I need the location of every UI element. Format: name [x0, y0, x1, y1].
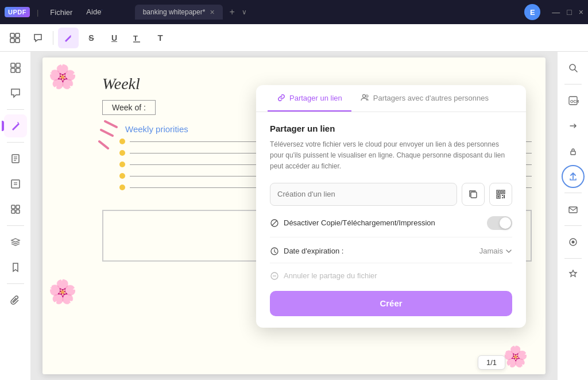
- titlebar: UPDF | Fichier Aide· banking whitepaper*…: [0, 0, 588, 24]
- svg-rect-30: [498, 191, 500, 193]
- record-btn[interactable]: [562, 231, 585, 254]
- right-sep3: [564, 225, 582, 226]
- disable-copy-label: Désactiver Copie/Téléchargement/Impressi…: [270, 218, 435, 228]
- qr-icon: [496, 189, 506, 199]
- svg-line-23: [99, 141, 108, 148]
- underline-tool[interactable]: U: [104, 28, 125, 48]
- svg-rect-46: [571, 151, 575, 155]
- link-row: [270, 183, 512, 206]
- search-icon: [568, 63, 578, 73]
- tab-share-people[interactable]: Partagers avec d'autres personnes: [351, 85, 498, 112]
- svg-point-24: [362, 95, 365, 98]
- sidebar-sep3: [7, 225, 24, 226]
- search-btn[interactable]: [562, 56, 585, 79]
- pink-decorations: [96, 118, 125, 159]
- right-sep2: [564, 193, 582, 193]
- record-icon: [568, 237, 578, 247]
- tab-share-link[interactable]: Partager un lien: [268, 85, 351, 112]
- new-tab-btn[interactable]: +: [230, 7, 235, 17]
- page-number-badge: 1/1: [478, 355, 505, 370]
- lock-icon: [568, 146, 578, 156]
- close-btn[interactable]: ×: [579, 7, 583, 17]
- people-icon: [361, 93, 370, 102]
- mail-btn[interactable]: [562, 198, 585, 221]
- sidebar-item-annotate[interactable]: [4, 114, 27, 137]
- document-tab[interactable]: banking whitepaper* ×: [135, 5, 223, 20]
- maximize-btn[interactable]: □: [567, 7, 571, 17]
- right-sidebar: OCR: [557, 52, 588, 380]
- toggle-knob: [500, 217, 511, 229]
- ocr-icon: OCR: [567, 95, 579, 106]
- sidebar-item-edit[interactable]: [4, 172, 27, 195]
- clock-icon: [270, 247, 279, 256]
- create-link-btn[interactable]: Créer: [270, 291, 512, 316]
- svg-rect-0: [10, 33, 14, 37]
- user-avatar[interactable]: E: [524, 4, 540, 20]
- svg-rect-18: [16, 205, 20, 209]
- tab-dropdown-btn[interactable]: ∨: [242, 8, 247, 16]
- copy-icon: [468, 189, 478, 199]
- convert-btn[interactable]: [562, 114, 585, 137]
- convert-icon: [568, 121, 578, 131]
- svg-rect-32: [498, 195, 500, 197]
- sidebar-item-organize[interactable]: [4, 198, 27, 221]
- mail-icon: [568, 204, 578, 214]
- highlight-tool[interactable]: [58, 28, 79, 48]
- copy-link-btn[interactable]: [462, 183, 485, 206]
- text-tool[interactable]: T: [150, 28, 171, 48]
- text-underline-tool[interactable]: T: [127, 28, 148, 48]
- chevron-down-icon: [505, 248, 512, 255]
- disable-copy-row: Désactiver Copie/Téléchargement/Impressi…: [270, 216, 512, 237]
- popup-description: Téléversez votre fichier vers le cloud p…: [270, 139, 512, 172]
- sidebar-item-pages[interactable]: [4, 147, 27, 170]
- protect-btn[interactable]: [562, 140, 585, 163]
- ocr-btn[interactable]: OCR: [562, 89, 585, 112]
- svg-text:OCR: OCR: [570, 99, 579, 103]
- svg-rect-1: [16, 33, 20, 37]
- expiry-label: Date d'expiration :: [270, 247, 343, 256]
- aide-menu[interactable]: Aide·: [82, 5, 107, 18]
- share-btn[interactable]: [562, 165, 585, 188]
- sidebar-item-attachments[interactable]: [4, 289, 27, 312]
- tab-close-btn[interactable]: ×: [210, 7, 214, 17]
- tab-name: banking whitepaper*: [143, 8, 206, 16]
- sidebar-sep1: [7, 109, 24, 110]
- sidebar-item-bookmarks[interactable]: [4, 256, 27, 279]
- titlebar-divider: |: [37, 8, 38, 17]
- cancel-share-icon: [270, 271, 279, 281]
- sidebar-item-comments[interactable]: [4, 82, 27, 105]
- minimize-btn[interactable]: —: [552, 7, 560, 17]
- sidebar-sep2: [7, 142, 24, 143]
- disable-copy-toggle[interactable]: [487, 216, 512, 230]
- strikethrough-tool[interactable]: S: [81, 28, 102, 48]
- left-sidebar: [0, 52, 31, 380]
- fichier-menu[interactable]: Fichier: [45, 6, 77, 19]
- svg-rect-35: [502, 197, 503, 198]
- link-input[interactable]: [270, 183, 457, 206]
- share-icon: [568, 171, 578, 182]
- svg-rect-7: [16, 63, 20, 67]
- flower-decoration-bottom-right: 🌸: [503, 345, 528, 369]
- priority-dot: [119, 185, 125, 190]
- expiry-selector[interactable]: Jamais: [479, 247, 512, 255]
- sidebar-item-thumbnails[interactable]: [4, 56, 27, 79]
- svg-point-49: [571, 241, 574, 244]
- svg-line-43: [575, 70, 577, 72]
- cancel-share-row: Annuler le partage du fichier: [270, 271, 512, 281]
- aide-dot: ·: [101, 7, 102, 13]
- qr-code-btn[interactable]: [489, 183, 512, 206]
- svg-rect-8: [11, 68, 15, 72]
- svg-rect-34: [504, 195, 505, 196]
- svg-line-22: [101, 130, 113, 136]
- svg-text:T: T: [133, 34, 138, 43]
- share-popup: Partager un lien Partagers avec d'autres…: [256, 85, 526, 328]
- thumbnail-tool[interactable]: [5, 28, 25, 48]
- svg-rect-14: [11, 180, 20, 188]
- tab-share-people-label: Partagers avec d'autres personnes: [373, 94, 489, 102]
- comment-tool[interactable]: [28, 28, 48, 48]
- extension-btn[interactable]: [562, 263, 585, 286]
- sidebar-item-layers[interactable]: [4, 231, 27, 254]
- toolbar-sep1: [53, 31, 53, 45]
- svg-rect-26: [471, 192, 477, 198]
- main-toolbar: S U T T: [0, 24, 588, 52]
